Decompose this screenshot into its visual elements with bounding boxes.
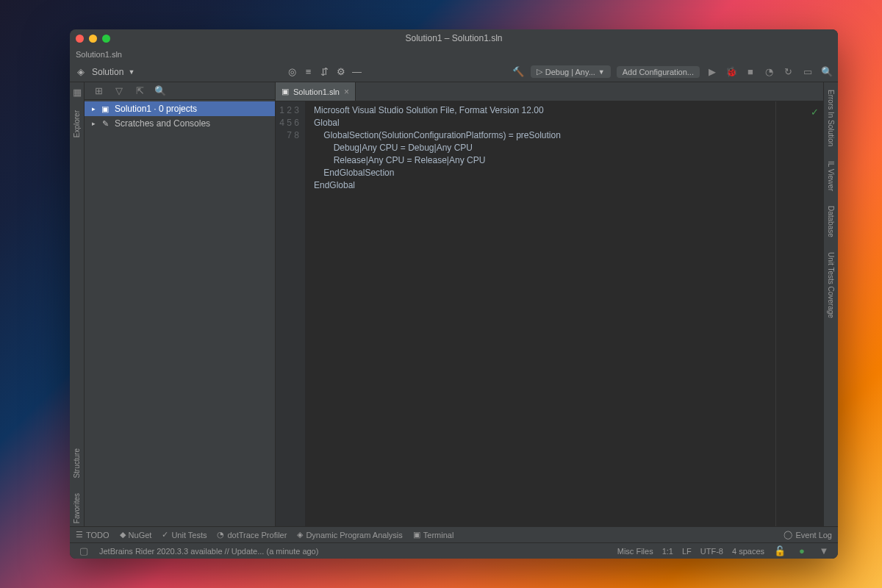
search-icon[interactable]: 🔍 (154, 85, 167, 98)
tree-item-label: Scratches and Consoles (115, 118, 210, 129)
readonly-lock-icon[interactable]: 🔓 (773, 545, 786, 558)
favorites-tool-button[interactable]: Favorites (73, 490, 81, 526)
nuget-tool-button[interactable]: ◆ NuGet (120, 530, 152, 539)
explorer-toolbar: ⊞ ▽ ⇱ 🔍 (85, 82, 275, 100)
file-icon: ▣ (282, 87, 289, 96)
explorer-tool-button[interactable]: Explorer (73, 107, 81, 140)
window-layout-icon[interactable]: ▭ (801, 65, 814, 79)
scratch-icon: ✎ (100, 118, 110, 129)
debug-icon[interactable]: 🐞 (725, 65, 738, 79)
status-ok-icon[interactable]: ● (795, 545, 808, 558)
terminal-tool-button[interactable]: ▣ Terminal (413, 530, 454, 539)
run-config-selector[interactable]: ▷ Debug | Any... ▼ (531, 65, 611, 78)
add-config-button[interactable]: Add Configuration... (617, 66, 700, 78)
status-indent[interactable]: 4 spaces (732, 547, 764, 556)
sync-icon[interactable]: ↻ (782, 65, 795, 79)
chevron-right-icon: ▸ (92, 105, 96, 112)
breadcrumb-bar: Solution1.sln (70, 47, 838, 62)
close-icon[interactable]: × (344, 87, 349, 97)
database-tool-button[interactable]: Database (827, 203, 835, 240)
errors-tool-button[interactable]: Errors In Solution (827, 87, 835, 149)
il-viewer-tool-button[interactable]: IL Viewer (827, 158, 835, 194)
right-margin-ruler (775, 101, 776, 526)
editor-area: ▣ Solution1.sln × 1 2 3 4 5 6 7 8 Micros… (276, 82, 823, 526)
status-misc-files[interactable]: Misc Files (617, 547, 653, 556)
titlebar: Solution1 – Solution1.sln (70, 29, 838, 47)
chevron-down-icon: ▼ (598, 68, 605, 76)
show-all-icon[interactable]: ▽ (112, 85, 126, 98)
project-icon[interactable]: ▦ (71, 85, 84, 98)
solution-file-icon: ▣ (100, 104, 110, 114)
window-controls (76, 35, 110, 43)
status-update-message[interactable]: JetBrains Rider 2020.3.3 available // Up… (99, 547, 318, 556)
dpa-tool-button[interactable]: ◈ Dynamic Program Analysis (297, 530, 402, 539)
status-bar: ▢ JetBrains Rider 2020.3.3 available // … (70, 542, 838, 559)
solution-tree: ▸ ▣ Solution1 · 0 projects ▸ ✎ Scratches… (85, 100, 275, 526)
event-log-button[interactable]: ◯ Event Log (784, 530, 832, 539)
editor-tabs: ▣ Solution1.sln × (276, 82, 823, 101)
expand-all-icon[interactable]: ⊞ (92, 85, 105, 98)
add-config-label: Add Configuration... (623, 68, 694, 76)
solution-selector[interactable]: Solution (92, 67, 123, 77)
tree-item-scratches[interactable]: ▸ ✎ Scratches and Consoles (85, 116, 275, 131)
todo-tool-button[interactable]: ☰ TODO (76, 530, 110, 539)
main-body: ▦ Explorer Structure Favorites ⊞ ▽ ⇱ 🔍 ▸… (70, 82, 838, 526)
close-window-icon[interactable] (76, 35, 84, 43)
code-editor[interactable]: 1 2 3 4 5 6 7 8 Microsoft Visual Studio … (276, 101, 823, 526)
status-encoding[interactable]: UTF-8 (700, 547, 723, 556)
unit-tests-tool-button[interactable]: ✓ Unit Tests (162, 530, 207, 539)
ide-window: Solution1 – Solution1.sln Solution1.sln … (70, 29, 838, 559)
filter-icon[interactable]: ≡ (302, 65, 315, 79)
target-icon[interactable]: ◎ (286, 65, 299, 79)
status-line-ending[interactable]: LF (682, 547, 692, 556)
maximize-window-icon[interactable] (102, 35, 110, 43)
left-tool-gutter: ▦ Explorer Structure Favorites (70, 82, 85, 526)
explorer-panel: ⊞ ▽ ⇱ 🔍 ▸ ▣ Solution1 · 0 projects ▸ ✎ S… (85, 82, 276, 526)
hide-icon[interactable]: — (351, 65, 364, 79)
hammer-build-icon[interactable]: 🔨 (512, 65, 525, 79)
solution-icon: ◈ (74, 65, 87, 79)
breadcrumb-file[interactable]: Solution1.sln (76, 50, 122, 59)
run-config-icon: ▷ (537, 67, 542, 76)
line-numbers: 1 2 3 4 5 6 7 8 (276, 101, 305, 526)
status-caret-position[interactable]: 1:1 (662, 547, 673, 556)
tree-item-label: Solution1 · 0 projects (115, 104, 197, 114)
unit-tests-coverage-tool-button[interactable]: Unit Tests Coverage (827, 249, 835, 321)
dottrace-tool-button[interactable]: ◔ dotTrace Profiler (217, 530, 287, 539)
run-icon[interactable]: ▶ (706, 65, 719, 79)
editor-tab-label: Solution1.sln (293, 87, 340, 96)
collapse-icon[interactable]: ⇵ (318, 65, 331, 79)
main-toolbar: ◈ Solution ▼ ◎ ≡ ⇵ ⚙ — 🔨 ▷ Debug | Any..… (70, 62, 838, 82)
structure-tool-button[interactable]: Structure (73, 445, 81, 481)
search-icon[interactable]: 🔍 (820, 65, 833, 79)
code-content[interactable]: Microsoft Visual Studio Solution File, F… (305, 101, 823, 526)
scroll-from-icon[interactable]: ⇱ (133, 85, 146, 98)
window-title: Solution1 – Solution1.sln (70, 33, 838, 43)
gear-icon[interactable]: ⚙ (334, 65, 348, 79)
editor-tab[interactable]: ▣ Solution1.sln × (276, 82, 356, 101)
profile-icon[interactable]: ◔ (763, 65, 776, 79)
tree-item-solution[interactable]: ▸ ▣ Solution1 · 0 projects (85, 101, 275, 116)
run-config-label: Debug | Any... (545, 68, 595, 76)
right-tool-gutter: Errors In Solution IL Viewer Database Un… (823, 82, 838, 526)
bottom-toolbar: ☰ TODO ◆ NuGet ✓ Unit Tests ◔ dotTrace P… (70, 526, 838, 542)
tool-window-toggle-icon[interactable]: ▢ (77, 545, 90, 558)
chevron-down-icon[interactable]: ▼ (128, 68, 135, 76)
stop-icon[interactable]: ■ (744, 65, 757, 79)
memory-indicator-icon[interactable]: ▼ (817, 545, 831, 558)
chevron-right-icon: ▸ (92, 120, 96, 127)
minimize-window-icon[interactable] (89, 35, 97, 43)
inspection-ok-icon[interactable]: ✓ (811, 106, 819, 118)
